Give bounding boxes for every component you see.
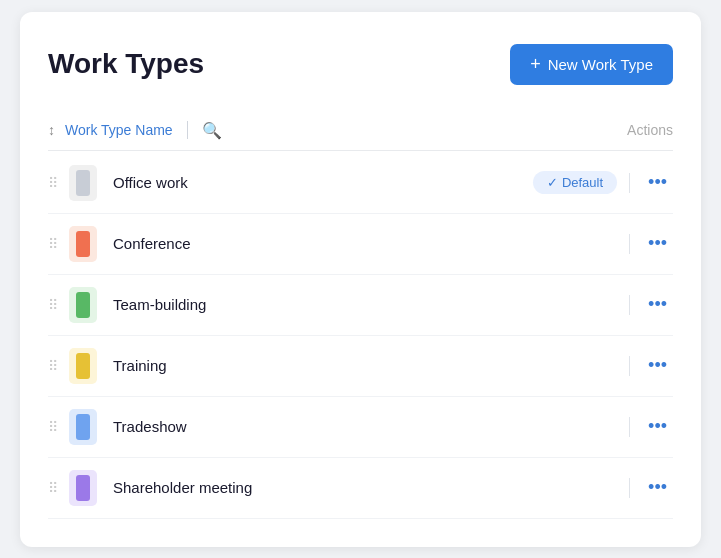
row-label: Office work (113, 174, 533, 191)
row-icon (76, 231, 90, 257)
drag-handle[interactable]: ⠿ (48, 358, 59, 374)
drag-handle[interactable]: ⠿ (48, 236, 59, 252)
more-options-button[interactable]: ••• (642, 475, 673, 500)
sort-icon[interactable]: ↕ (48, 122, 55, 138)
row-label: Team-building (113, 296, 617, 313)
plus-icon: + (530, 54, 541, 75)
row-icon-box (69, 226, 97, 262)
page-header: Work Types + New Work Type (48, 44, 673, 85)
drag-handle[interactable]: ⠿ (48, 480, 59, 496)
check-icon: ✓ (547, 175, 558, 190)
row-icon (76, 414, 90, 440)
more-options-button[interactable]: ••• (642, 414, 673, 439)
drag-handle[interactable]: ⠿ (48, 175, 59, 191)
actions-label: Actions (627, 122, 673, 138)
drag-handle[interactable]: ⠿ (48, 297, 59, 313)
row-divider (629, 417, 630, 437)
new-work-type-label: New Work Type (548, 56, 653, 73)
row-icon-box (69, 409, 97, 445)
row-divider (629, 478, 630, 498)
row-label: Conference (113, 235, 617, 252)
table-header: ↕ Work Type Name 🔍 Actions (48, 113, 673, 151)
row-icon (76, 475, 90, 501)
page-title: Work Types (48, 48, 204, 80)
column-name-filter: Work Type Name 🔍 (65, 121, 222, 140)
search-icon[interactable]: 🔍 (202, 121, 222, 140)
more-options-button[interactable]: ••• (642, 292, 673, 317)
table-row: ⠿ Team-building ••• (48, 275, 673, 336)
row-label: Training (113, 357, 617, 374)
row-divider (629, 295, 630, 315)
row-label: Tradeshow (113, 418, 617, 435)
table-row: ⠿ Shareholder meeting ••• (48, 458, 673, 519)
row-icon (76, 353, 90, 379)
drag-handle[interactable]: ⠿ (48, 419, 59, 435)
row-label: Shareholder meeting (113, 479, 617, 496)
table-row: ⠿ Conference ••• (48, 214, 673, 275)
row-icon-box (69, 348, 97, 384)
row-icon-box (69, 470, 97, 506)
default-badge: ✓ Default (533, 171, 617, 194)
main-card: Work Types + New Work Type ↕ Work Type N… (20, 12, 701, 547)
more-options-button[interactable]: ••• (642, 353, 673, 378)
column-name-label[interactable]: Work Type Name (65, 122, 173, 138)
row-divider (629, 356, 630, 376)
row-icon (76, 292, 90, 318)
row-icon-box (69, 287, 97, 323)
row-icon-box (69, 165, 97, 201)
more-options-button[interactable]: ••• (642, 231, 673, 256)
row-divider (629, 234, 630, 254)
table-row: ⠿ Tradeshow ••• (48, 397, 673, 458)
row-divider (629, 173, 630, 193)
more-options-button[interactable]: ••• (642, 170, 673, 195)
table-row: ⠿ Training ••• (48, 336, 673, 397)
new-work-type-button[interactable]: + New Work Type (510, 44, 673, 85)
row-icon (76, 170, 90, 196)
header-divider (187, 121, 188, 139)
table-row: ⠿ Office work ✓ Default ••• (48, 153, 673, 214)
rows-container: ⠿ Office work ✓ Default ••• ⠿ Conference… (48, 153, 673, 519)
